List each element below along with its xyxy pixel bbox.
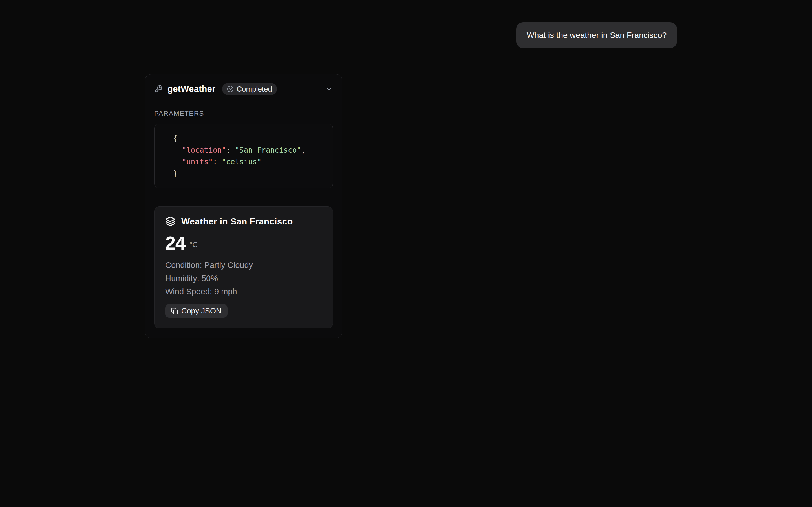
temperature-unit: °C (189, 240, 198, 252)
detail-line: Humidity: 50% (165, 272, 322, 285)
tool-call-card: getWeather Completed PARAMETERS { "locat… (145, 74, 342, 338)
circle-check-icon (227, 86, 234, 93)
detail-line: Wind Speed: 9 mph (165, 285, 322, 298)
parameters-label: PARAMETERS (154, 110, 333, 117)
copy-json-label: Copy JSON (181, 307, 221, 316)
tool-call-header[interactable]: getWeather Completed (154, 83, 333, 95)
result-header: Weather in San Francisco (165, 216, 322, 227)
user-message-bubble: What is the weather in San Francisco? (516, 22, 677, 48)
layers-icon (165, 216, 175, 226)
tool-result-card: Weather in San Francisco 24 °C Condition… (154, 207, 333, 328)
code-line: } (173, 168, 324, 180)
copy-json-button[interactable]: Copy JSON (165, 304, 227, 318)
temperature-row: 24 °C (165, 234, 322, 252)
wrench-icon (154, 85, 163, 93)
detail-line: Condition: Partly Cloudy (165, 259, 322, 272)
status-label: Completed (237, 85, 272, 94)
code-line: "units": "celsius" (173, 156, 324, 168)
parameters-code-block: { "location": "San Francisco", "units": … (154, 124, 333, 188)
chevron-down-icon[interactable] (325, 85, 333, 93)
result-details: Condition: Partly CloudyHumidity: 50%Win… (165, 259, 322, 298)
code-line: "location": "San Francisco", (173, 145, 324, 156)
copy-icon (171, 307, 178, 315)
temperature-value: 24 (165, 234, 185, 252)
status-badge: Completed (222, 83, 277, 95)
tool-name: getWeather (167, 84, 215, 94)
result-title: Weather in San Francisco (181, 216, 293, 227)
code-line: { (173, 133, 324, 145)
